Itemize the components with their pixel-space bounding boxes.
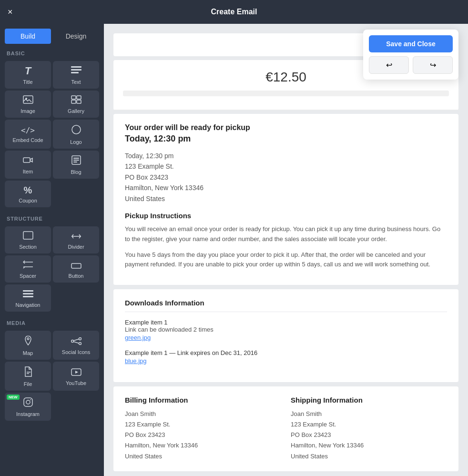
pickup-heading: Pickup Instructions bbox=[125, 212, 447, 220]
shipping-col: Shipping Information Joan Smith 123 Exam… bbox=[291, 396, 447, 461]
svg-rect-18 bbox=[23, 293, 33, 294]
media-grid: Map Social Icons File YouTube bbox=[0, 329, 104, 423]
svg-rect-2 bbox=[71, 72, 79, 73]
section-label-basic: BASIC bbox=[0, 44, 104, 59]
sidebar-item-label: Spacer bbox=[20, 273, 36, 279]
embed-code-icon: </> bbox=[21, 127, 35, 134]
undo-button[interactable]: ↩ bbox=[369, 56, 409, 74]
download-item2-title: Example item 1 — Link expires on Dec 31,… bbox=[125, 349, 447, 356]
order-ready-heading: Your order will be ready for pickup bbox=[125, 123, 447, 132]
order-card: Your order will be ready for pickup Toda… bbox=[113, 114, 458, 285]
tab-design[interactable]: Design bbox=[53, 29, 99, 44]
svg-rect-17 bbox=[23, 290, 33, 292]
svg-point-20 bbox=[27, 338, 29, 340]
sidebar-item-gallery[interactable]: Gallery bbox=[53, 91, 99, 118]
section-icon bbox=[23, 231, 33, 241]
image-icon bbox=[23, 95, 33, 105]
shipping-street: 123 Example St. bbox=[291, 421, 336, 428]
svg-point-27 bbox=[30, 399, 31, 400]
address-line5: United States bbox=[125, 193, 447, 204]
svg-rect-15 bbox=[23, 232, 33, 239]
sidebar-item-coupon[interactable]: % Coupon bbox=[5, 181, 51, 207]
sidebar-item-divider[interactable]: Divider bbox=[53, 226, 99, 253]
divider-icon bbox=[71, 232, 81, 241]
svg-rect-6 bbox=[77, 96, 81, 99]
tab-build[interactable]: Build bbox=[5, 29, 51, 44]
save-close-popup: Save and Close ↩ ↪ bbox=[363, 30, 458, 80]
close-button[interactable]: × bbox=[8, 7, 13, 17]
sidebar-item-instagram[interactable]: NEW Instagram bbox=[5, 393, 51, 421]
svg-rect-25 bbox=[24, 398, 32, 406]
content-area: Save and Close ↩ ↪ €12.50 Your order wil… bbox=[104, 24, 468, 476]
undo-redo-row: ↩ ↪ bbox=[369, 56, 453, 74]
sidebar-item-navigation[interactable]: Navigation bbox=[5, 284, 51, 312]
sidebar-item-section[interactable]: Section bbox=[5, 226, 51, 253]
file-icon bbox=[24, 366, 32, 378]
sidebar-item-logo[interactable]: Logo bbox=[53, 120, 99, 149]
tab-bar: Build Design bbox=[0, 24, 104, 44]
sidebar-item-label: Item bbox=[23, 169, 33, 174]
sidebar-item-map[interactable]: Map bbox=[5, 331, 51, 360]
sidebar-item-embed-code[interactable]: </> Embed Code bbox=[5, 120, 51, 149]
sidebar-item-label: Coupon bbox=[19, 198, 37, 203]
redo-button[interactable]: ↪ bbox=[413, 56, 453, 74]
svg-rect-13 bbox=[73, 160, 79, 161]
instagram-icon bbox=[23, 397, 33, 408]
sidebar-item-label: Blog bbox=[71, 169, 81, 175]
sidebar: Build Design BASIC T Title Text Image bbox=[0, 24, 104, 476]
sidebar-item-youtube[interactable]: YouTube bbox=[53, 362, 99, 391]
pickup-text2: You have 5 days from the day you place y… bbox=[125, 250, 447, 270]
svg-rect-1 bbox=[71, 69, 81, 71]
billing-city: Hamilton, New York 13346 bbox=[125, 442, 198, 449]
shipping-country: United States bbox=[291, 453, 328, 460]
sidebar-item-title[interactable]: T Title bbox=[5, 61, 51, 89]
svg-rect-14 bbox=[73, 162, 77, 162]
title-icon: T bbox=[25, 66, 31, 76]
svg-rect-10 bbox=[23, 158, 30, 162]
billing-name: Joan Smith bbox=[125, 410, 156, 417]
item-icon bbox=[23, 156, 33, 166]
shipping-po: PO Box 23423 bbox=[291, 431, 331, 438]
price-display: €12.50 bbox=[265, 70, 306, 84]
svg-rect-16 bbox=[71, 263, 81, 268]
sidebar-item-file[interactable]: File bbox=[5, 362, 51, 391]
sidebar-item-label: Navigation bbox=[16, 302, 41, 308]
download-item1-link[interactable]: green.jpg bbox=[125, 334, 151, 341]
sidebar-item-label: Button bbox=[69, 273, 84, 279]
sidebar-item-button[interactable]: Button bbox=[53, 255, 99, 283]
address-line4: Hamilton, New York 13346 bbox=[125, 182, 447, 193]
navigation-icon bbox=[23, 289, 33, 299]
downloads-heading: Downloads Information bbox=[125, 299, 447, 307]
order-time: Today, 12:30 pm bbox=[125, 134, 447, 144]
page-title: Create Email bbox=[211, 8, 257, 16]
download-item2-link[interactable]: blue.jpg bbox=[125, 357, 147, 365]
coupon-icon: % bbox=[24, 185, 32, 195]
section-label-structure: STRUCTURE bbox=[0, 209, 104, 224]
sidebar-item-blog[interactable]: Blog bbox=[53, 151, 99, 179]
sidebar-item-label: Title bbox=[23, 79, 32, 85]
billing-street: 123 Example St. bbox=[125, 421, 170, 428]
billing-country: United States bbox=[125, 453, 162, 460]
spacer-icon bbox=[23, 260, 33, 270]
sidebar-item-label: Divider bbox=[68, 244, 84, 250]
shipping-address: Joan Smith 123 Example St. PO Box 23423 … bbox=[291, 409, 447, 461]
billing-address: Joan Smith 123 Example St. PO Box 23423 … bbox=[125, 409, 281, 461]
gallery-icon bbox=[71, 95, 81, 105]
sidebar-item-text[interactable]: Text bbox=[53, 61, 99, 89]
text-icon bbox=[71, 66, 81, 76]
billing-card: Billing Information Joan Smith 123 Examp… bbox=[113, 386, 458, 471]
sidebar-item-image[interactable]: Image bbox=[5, 91, 51, 118]
sidebar-item-label: Image bbox=[20, 108, 35, 114]
save-close-button[interactable]: Save and Close bbox=[369, 35, 453, 52]
sidebar-item-social-icons[interactable]: Social Icons bbox=[53, 331, 99, 360]
blog-icon bbox=[71, 155, 81, 166]
shipping-heading: Shipping Information bbox=[291, 396, 447, 404]
svg-rect-19 bbox=[23, 296, 33, 297]
sidebar-item-label: Instagram bbox=[16, 411, 40, 417]
shipping-city: Hamilton, New York 13346 bbox=[291, 442, 364, 449]
sidebar-item-item[interactable]: Item bbox=[5, 151, 51, 179]
svg-rect-8 bbox=[77, 100, 81, 103]
youtube-icon bbox=[71, 368, 81, 377]
sidebar-item-spacer[interactable]: Spacer bbox=[5, 255, 51, 283]
svg-point-23 bbox=[79, 342, 81, 344]
